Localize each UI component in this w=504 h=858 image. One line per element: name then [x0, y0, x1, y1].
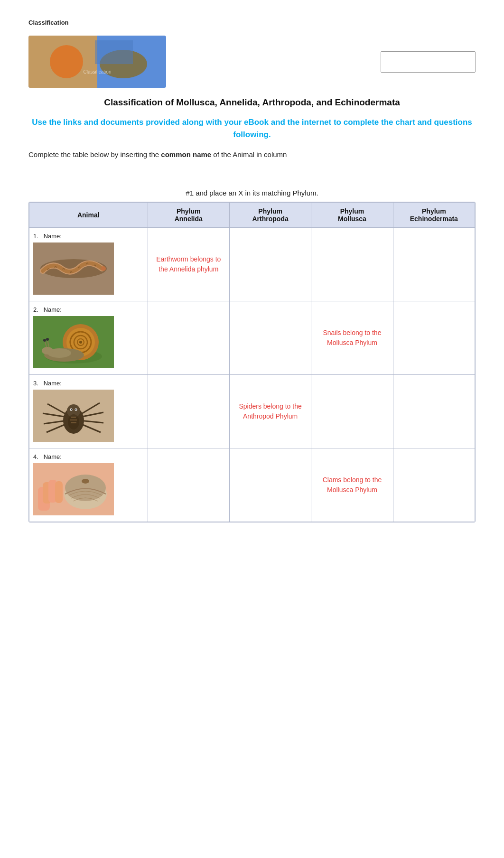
table-row: 3. Name:: [29, 375, 475, 448]
header-row-tr: Animal PhylumAnnelida PhylumArthropoda P…: [29, 203, 475, 228]
annelida-text-1: Earthworm belongs to the Annelida phylum: [152, 254, 225, 274]
echinodermata-cell-2: [393, 301, 475, 375]
echinodermata-cell-3: [393, 375, 475, 448]
col-arthropoda: PhylumArthropoda: [229, 203, 311, 228]
instruction-start: Complete the table below by inserting th…: [28, 150, 161, 159]
arthropoda-cell-4: [229, 448, 311, 522]
svg-point-20: [46, 338, 49, 341]
annelida-cell-1: Earthworm belongs to the Annelida phylum: [148, 228, 229, 301]
clam-image: [33, 463, 114, 515]
arthropoda-cell-3: Spiders belong to the Anthropod Phylum: [229, 375, 311, 448]
snail-image: [33, 316, 114, 368]
mollusca-cell-1: [311, 228, 393, 301]
earthworm-image: [33, 242, 114, 295]
arthropoda-text-3: Spiders belong to the Anthropod Phylum: [233, 401, 307, 421]
annelida-cell-3: [148, 375, 229, 448]
header-input-area: [381, 51, 476, 73]
annelida-cell-2: [148, 301, 229, 375]
mollusca-cell-4: Clams belong to the Mollusca Phylum: [311, 448, 393, 522]
echinodermata-cell-1: [393, 228, 475, 301]
echinodermata-cell-4: [393, 448, 475, 522]
classification-label: Classification: [28, 19, 476, 26]
header-image-svg: Classification: [28, 36, 166, 88]
svg-point-19: [43, 339, 46, 342]
instruction: Complete the table below by inserting th…: [28, 149, 476, 160]
annelida-cell-4: [148, 448, 229, 522]
row1-number-label: 1. Name:: [33, 233, 144, 240]
arthropoda-cell-2: [229, 301, 311, 375]
table-header: Animal PhylumAnnelida PhylumArthropoda P…: [29, 203, 475, 228]
classification-table-wrapper: Animal PhylumAnnelida PhylumArthropoda P…: [28, 202, 476, 522]
arthropoda-cell-1: [229, 228, 311, 301]
header-image: Classification: [28, 36, 166, 88]
mollusca-cell-2: Snails belong to the Mollusca Phylum: [311, 301, 393, 375]
svg-rect-41: [55, 481, 63, 503]
spider-image: [33, 390, 114, 442]
placement-text: #1 and place an X in its matching Phylum…: [28, 189, 476, 197]
svg-rect-4: [95, 40, 133, 64]
svg-point-35: [75, 409, 76, 410]
col-echinodermata: PhylumEchinodermata: [393, 203, 475, 228]
classification-table: Animal PhylumAnnelida PhylumArthropoda P…: [29, 202, 475, 522]
svg-point-36: [68, 414, 79, 429]
svg-point-13: [79, 341, 82, 344]
table-body: 1. Name:: [29, 228, 475, 522]
svg-point-43: [65, 475, 106, 501]
table-row: 1. Name:: [29, 228, 475, 301]
animal-cell-2: 2. Name:: [29, 301, 148, 375]
svg-point-8: [101, 266, 106, 271]
col-animal: Animal: [29, 203, 148, 228]
row4-number-label: 4. Name:: [33, 453, 144, 460]
svg-point-2: [50, 45, 83, 78]
svg-text:Classification: Classification: [84, 69, 112, 75]
main-title: Classification of Mollusca, Annelida, Ar…: [28, 97, 476, 108]
page-container: Classification Classification Classifica…: [0, 0, 504, 541]
subtitle: Use the links and documents provided alo…: [28, 116, 476, 140]
animal-cell-3: 3. Name:: [29, 375, 148, 448]
svg-point-44: [82, 479, 89, 484]
svg-point-16: [42, 347, 53, 354]
table-row: 4. Name:: [29, 448, 475, 522]
row2-number-label: 2. Name:: [33, 306, 144, 313]
svg-point-34: [71, 409, 72, 410]
header-row: Classification: [28, 36, 476, 88]
instruction-end: of the Animal in column: [211, 150, 287, 159]
col-annelida: PhylumAnnelida: [148, 203, 229, 228]
mollusca-cell-3: [311, 375, 393, 448]
instruction-bold: common name: [161, 150, 211, 159]
mollusca-text-2: Snails belong to the Mollusca Phylum: [315, 328, 389, 348]
animal-cell-1: 1. Name:: [29, 228, 148, 301]
animal-cell-4: 4. Name:: [29, 448, 148, 522]
mollusca-text-4: Clams belong to the Mollusca Phylum: [315, 475, 389, 495]
col-mollusca: PhylumMollusca: [311, 203, 393, 228]
header-input[interactable]: [381, 51, 476, 73]
table-row: 2. Name:: [29, 301, 475, 375]
row3-number-label: 3. Name:: [33, 380, 144, 387]
